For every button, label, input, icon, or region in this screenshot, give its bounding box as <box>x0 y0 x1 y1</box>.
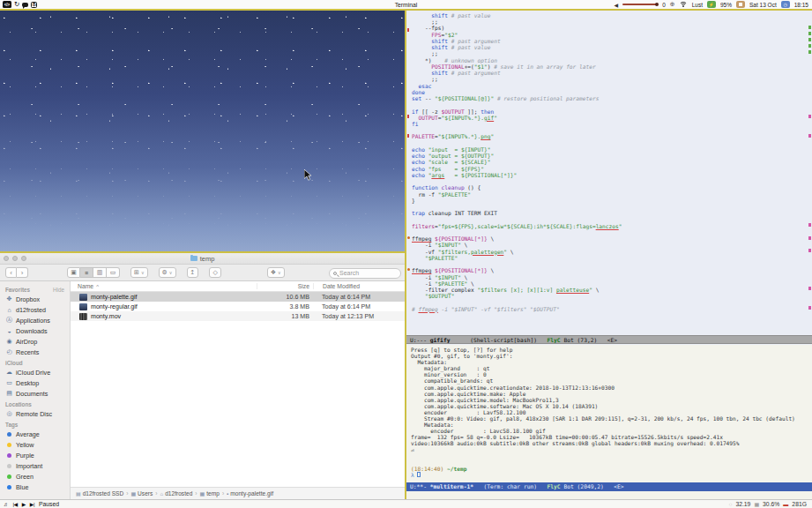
file-size: 10.6 MB <box>257 294 313 301</box>
sidebar-item-remote-disc[interactable]: ◎Remote Disc <box>0 408 70 419</box>
sidebar-item-applications[interactable]: ⒶApplications <box>0 315 70 325</box>
file-row[interactable]: monty.mov13 MBToday at 12:13 PM <box>71 311 405 321</box>
text-line <box>412 140 810 146</box>
documents-icon: ▤ <box>5 390 13 397</box>
column-view-button[interactable]: ▥ <box>93 267 107 278</box>
volume-slider[interactable] <box>622 4 658 5</box>
clock-icon[interactable]: ◷ <box>781 1 790 8</box>
starfield <box>0 11 405 251</box>
group-button[interactable]: ⊞∨ <box>130 267 148 278</box>
sidebar-item-purple[interactable]: Purple <box>0 450 70 460</box>
finder-titlebar[interactable]: temp <box>0 253 405 265</box>
text-line: Metadata: <box>411 422 810 428</box>
sidebar-item-yellow[interactable]: Yellow <box>0 439 70 450</box>
volume-icon[interactable]: ◀ <box>615 2 619 8</box>
sidebar-item-airdrop[interactable]: ◉AirDrop <box>0 336 70 347</box>
sidebar-item-desktop[interactable]: ▭Desktop <box>0 377 70 388</box>
sidebar-item-blue[interactable]: Blue <box>0 482 70 492</box>
fringe-mark <box>808 287 811 290</box>
calendar-icon[interactable] <box>736 1 745 8</box>
text-line: echo "output = ${OUTPUT}" <box>412 153 810 159</box>
text-line: PALETTE="${INPUT%.*}.png" <box>412 133 810 139</box>
file-row[interactable]: monty-palette.gif10.6 MBToday at 6:14 PM <box>71 292 405 302</box>
memory-usage: 30.6% <box>763 501 779 507</box>
sidebar-item-important[interactable]: Important <box>0 460 70 471</box>
menu-date[interactable]: Sat 13 Oct <box>749 2 777 8</box>
gallery-view-button[interactable]: ▭ <box>107 267 120 278</box>
sidebar-item-icloud-drive[interactable]: ☁iCloud Drive <box>0 367 70 377</box>
minibuffer[interactable] <box>406 491 812 499</box>
text-line: Output #0, gif, to 'monty.gif': <box>411 353 810 359</box>
next-track-button[interactable]: ▶| <box>30 501 34 507</box>
file-name: monty-regular.gif <box>91 303 257 310</box>
text-line: rm -f "$PALETTE" <box>412 191 810 198</box>
sidebar-item-documents[interactable]: ▤Documents <box>0 388 70 399</box>
fringe-mark <box>808 223 811 227</box>
fringe-mark <box>808 306 811 310</box>
wifi-icon[interactable] <box>680 2 688 7</box>
text-line: -filter_complex "$filters [x]; [x][1:v] … <box>412 287 810 293</box>
globe-icon[interactable]: ⊕ <box>670 1 675 8</box>
text-line: U:--- gifify (Shell-script[bash]) FlyC B… <box>410 336 812 342</box>
disk-free: 281G <box>792 501 807 507</box>
text-line: # ffmpeg -i "$INPUT" -vf "$filters" "$OU… <box>412 306 810 312</box>
path-label: Users <box>138 490 153 497</box>
tags-button[interactable]: ◇ <box>209 267 220 278</box>
battery-icon[interactable]: ⚡ <box>707 1 716 8</box>
text-line: com.apple.quicktime.model: MacBookPro11,… <box>411 397 810 403</box>
text-line: set -- "${POSITIONAL[@]}" # restore posi… <box>412 95 810 101</box>
play-button[interactable]: ▶ <box>22 501 26 507</box>
text-line <box>412 204 810 210</box>
sidebar-hide-button[interactable]: Hide <box>53 287 64 293</box>
column-name[interactable]: Name ^ <box>71 283 257 289</box>
column-date-modified[interactable]: Date Modified <box>313 283 405 289</box>
text-line <box>412 300 810 306</box>
text-line: compatible_brands: qt <box>411 377 810 384</box>
icon-view-button[interactable]: ▣ <box>67 267 80 278</box>
network-name[interactable]: Lust <box>692 2 703 8</box>
column-size[interactable]: Size <box>257 283 313 289</box>
list-view-button[interactable]: ≡ <box>80 267 93 278</box>
path-item[interactable]: ▪monty-palette.gif <box>227 490 273 497</box>
volume-slider-knob[interactable] <box>655 3 659 6</box>
path-item[interactable]: ⌂d12frosted <box>160 490 193 497</box>
disk-icon: ▬ <box>783 502 788 507</box>
dropbox-toolbar-button[interactable]: ❖∨ <box>267 267 285 278</box>
file-modified: Today at 12:13 PM <box>313 313 405 320</box>
text-line: ⏎ <box>411 447 810 453</box>
text-line: -i "$INPUT" \ <box>412 242 810 248</box>
path-item[interactable]: ▦Users <box>130 490 153 497</box>
text-line: Stream #0:0: Video: gif, pal8, 418x230 [… <box>411 415 810 422</box>
path-item[interactable]: ▤d12frosted SSD <box>76 490 123 497</box>
fringe-mark <box>407 28 409 32</box>
terminal-buffer-multiterm[interactable]: Press [q] to stop, [?] for helpOutput #0… <box>406 345 812 482</box>
file-name: monty-palette.gif <box>91 294 257 301</box>
text-line <box>412 229 810 235</box>
sidebar-item-d12frosted[interactable]: ⌂d12frosted <box>0 304 70 315</box>
sidebar-item-dropbox[interactable]: ✥Dropbox <box>0 294 70 304</box>
action-gear-button[interactable]: ⚙∨ <box>159 267 176 278</box>
menu-time[interactable]: 18:15 <box>794 2 808 8</box>
fringe-mark <box>407 134 409 138</box>
search-field[interactable]: Search <box>329 268 401 279</box>
window-border-vertical <box>405 9 406 499</box>
path-item[interactable]: ▦temp <box>200 490 220 497</box>
share-button[interactable]: ↥ <box>187 267 199 278</box>
text-line <box>411 459 810 466</box>
sidebar-item-recents[interactable]: ◴Recents <box>0 347 70 357</box>
sidebar-item-average[interactable]: Average <box>0 429 70 439</box>
fringe-dot <box>407 236 410 239</box>
sidebar-item-green[interactable]: Green <box>0 471 70 482</box>
text-line: OUTPUT="${INPUT%.*}.gif" <box>412 115 810 121</box>
file-row[interactable]: monty-regular.gif3.8 MBToday at 6:14 PM <box>71 302 405 311</box>
forward-button[interactable]: › <box>17 267 28 278</box>
back-button[interactable]: ‹ <box>5 267 17 278</box>
code-buffer-gifify[interactable]: shift # past value ;; --fps) FPS="$2" sh… <box>406 11 812 335</box>
text-line: -i "$INPUT" \ <box>412 274 810 280</box>
view-switcher: ▣ ≡ ▥ ▭ <box>67 267 120 278</box>
window-border-middle <box>0 251 406 253</box>
file-modified: Today at 6:14 PM <box>313 303 405 310</box>
previous-track-button[interactable]: |◀ <box>13 501 18 507</box>
sidebar-item-downloads[interactable]: ◒Downloads <box>0 325 70 336</box>
text-line: U:**- *multiterm-1* (Term: char run) Fly… <box>410 482 812 489</box>
